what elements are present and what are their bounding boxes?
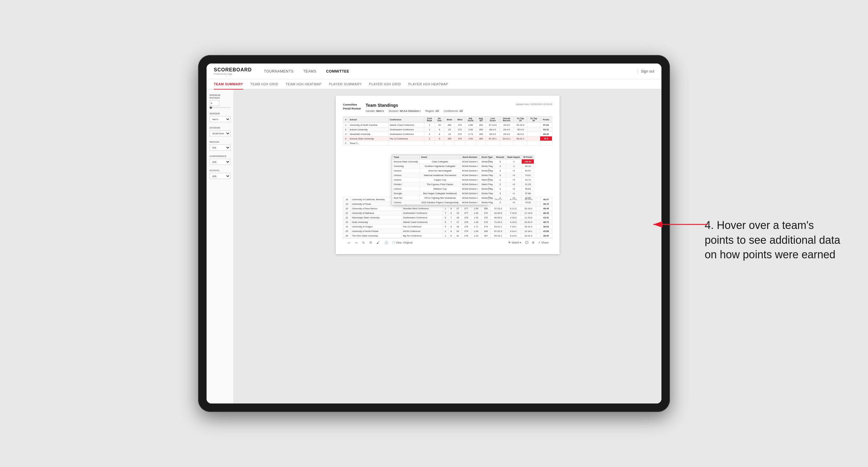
tab-team-summary[interactable]: TEAM SUMMARY [214,79,243,90]
min-rounds-input[interactable] [210,100,219,106]
report-title-section: CommitteePortal Review Team Standings Ge… [343,103,463,113]
tablet-screen: SCOREBOARD Powered by clipp TOURNAMENTS … [207,64,661,403]
filter-division: Division NCAA Division I NCAA Division I… [210,126,230,136]
slider-thumb[interactable] [210,106,212,109]
undo-button[interactable]: ↩ [347,241,351,245]
sub-nav: TEAM SUMMARY TEAM H2H GRID TEAM H2H HEAT… [207,79,661,90]
filter-gender: Gender Men's Women's All [210,112,230,122]
hover-row: Arizona State University Cabo Collegiate… [392,159,534,164]
col-points: Points [540,117,552,123]
hover-row: Florida I The Cypress Point Classic NCAA… [392,182,534,187]
col-wins: Wins [455,117,465,123]
filter-school: School (All) [210,169,230,179]
hover-col-rounds: Rounds [495,155,506,159]
hover-row: Georgia Ben Hogan Collegiate Invitationa… [392,191,534,196]
tab-player-summary[interactable]: PLAYER SUMMARY [329,79,362,90]
comment-button[interactable]: 💬 [525,241,528,244]
nav-committee[interactable]: COMMITTEE [326,68,349,75]
division-label: Division [210,126,230,129]
report-header: CommitteePortal Review Team Standings Ge… [343,103,552,113]
table-row: 21 University of Alabama Southeastern Co… [343,211,552,215]
table-row: 1 University of North Carolina Atlantic … [343,123,552,127]
table-row: 26 The Ohio State University Big Ten Con… [343,234,552,238]
standings-table: # School Conference ConfRank NoTour Bnds… [343,116,552,146]
tab-player-h2h-grid[interactable]: PLAYER H2H GRID [369,79,401,90]
annotation-text: 4. Hover over a team's points to see add… [705,218,844,262]
view-original-button[interactable]: 📄 View: Original [392,241,412,244]
hover-row: University Southern Highlands Collegiate… [392,164,534,168]
conference-label: Conference [210,155,230,158]
app-logo-sub: Powered by clipp [214,72,252,75]
refresh-button[interactable]: ↻ [361,241,366,245]
toolbar-right: 👁 Watch ▾ 💬 ⊞ ↗ Share [508,241,549,244]
hover-row: Univers National Invitational Tournament… [392,173,534,178]
filter-slider[interactable] [210,107,230,108]
main-content: Minimum Rounds Gender Men's Women's [207,90,661,403]
division-select[interactable]: NCAA Division I NCAA Division II All [210,130,230,136]
tab-team-h2h-grid[interactable]: TEAM H2H GRID [250,79,279,90]
filter-conference-display: Conference: All [444,110,463,113]
hover-tooltip: Team Event Event Division Event Type Rou… [392,155,489,205]
col-low-score: LowScore [486,117,500,123]
report-outer: CommitteePortal Review Team Standings Ge… [336,96,559,254]
hover-col-event-type: Event Type [480,155,495,159]
table-row: 25 University of North Florida ASUN Conf… [343,229,552,234]
hover-header-row: Team Event Event Division Event Type Rou… [392,155,534,159]
share-button[interactable]: ↗ Share [538,241,549,244]
sign-out-link[interactable]: Sign out [641,69,654,73]
hover-table: Team Event Event Division Event Type Rou… [392,155,534,205]
hover-col-rank-impact: Rank Impact [506,155,522,159]
redo-button[interactable]: ↪ [354,241,359,245]
hover-col-w-points: W Points [522,155,534,159]
paint-button[interactable]: 🖌 [375,241,381,245]
watch-button[interactable]: 👁 Watch ▾ [508,241,521,244]
col-conference: Conference [388,117,424,123]
copy-button[interactable]: ⧉ [368,240,373,245]
col-conf-rank: ConfRank [424,117,435,123]
gender-select[interactable]: Men's Women's All [210,116,230,122]
region-label: Region [210,141,230,143]
hover-row: Univers 2023 Sahalee Players Championshi… [392,200,534,205]
col-vs50: Vs Top50 [527,117,540,123]
clock-button[interactable]: 🕐 [383,241,389,245]
nav-divider: | [637,69,639,74]
col-bnds: Bnds [444,117,455,123]
top-nav: SCOREBOARD Powered by clipp TOURNAMENTS … [207,64,661,79]
col-avg-sg: Avg.SG [476,117,486,123]
col-overall-record: OverallRecord [500,117,514,123]
conference-select[interactable]: (All) Atlantic Coast [210,159,230,165]
report-container: CommitteePortal Review Team Standings Ge… [234,90,661,403]
app-logo: SCOREBOARD [214,67,252,72]
grid-button[interactable]: ⊞ [532,241,534,244]
logo-area: SCOREBOARD Powered by clipp [214,67,252,75]
hover-row: East Tec OFCC Fighting Illini Invitation… [392,196,534,200]
hover-col-event: Event [420,155,460,159]
toolbar-left: ↩ ↪ ↻ ⧉ 🖌 🕐 📄 View: Original [347,240,412,245]
report-toolbar: ↩ ↪ ↻ ⧉ 🖌 🕐 📄 View: Original 👁 Watch [343,238,552,247]
update-time: Update time: 13/03/2024 10:03:42 [516,103,552,105]
page-wrapper: SCOREBOARD Powered by clipp TOURNAMENTS … [0,0,868,467]
table-row: 22 Mississippi State University Southeas… [343,215,552,220]
sidebar-filters: Minimum Rounds Gender Men's Women's [207,90,234,403]
col-school: School [348,117,388,123]
table-header-row: # School Conference ConfRank NoTour Bnds… [343,117,552,123]
filter-region: Region N/A All [210,141,230,151]
table-row: 3 Vanderbilt University Southeastern Con… [343,132,552,136]
nav-teams[interactable]: TEAMS [303,68,317,75]
annotation-area: 4. Hover over a team's points to see add… [705,218,844,262]
table-row: 2 Auburn University Southeastern Confere… [343,127,552,132]
report-title: Team Standings [366,103,463,108]
table-row: 23 Duke University Atlantic Coast Confer… [343,220,552,224]
nav-tournaments[interactable]: TOURNAMENTS [264,68,294,75]
tab-player-h2h-heatmap[interactable]: PLAYER H2H HEATMAP [408,79,448,90]
filter-region-display: Region: All [425,110,439,113]
min-rounds-range [210,100,230,106]
school-select[interactable]: (All) [210,173,230,179]
region-select[interactable]: N/A All [210,145,230,151]
table-row: 24 University of Oregon Pac-12 Conferenc… [343,224,552,229]
hover-row: Univers Copper Cup NCAA Division I Match… [392,178,534,182]
hover-col-event-div: Event Division [460,155,480,159]
col-vs25: Vs Top25 [514,117,527,123]
filter-division-display: Division: NCAA Division I [389,110,421,113]
tab-team-h2h-heatmap[interactable]: TEAM H2H HEATMAP [285,79,321,90]
